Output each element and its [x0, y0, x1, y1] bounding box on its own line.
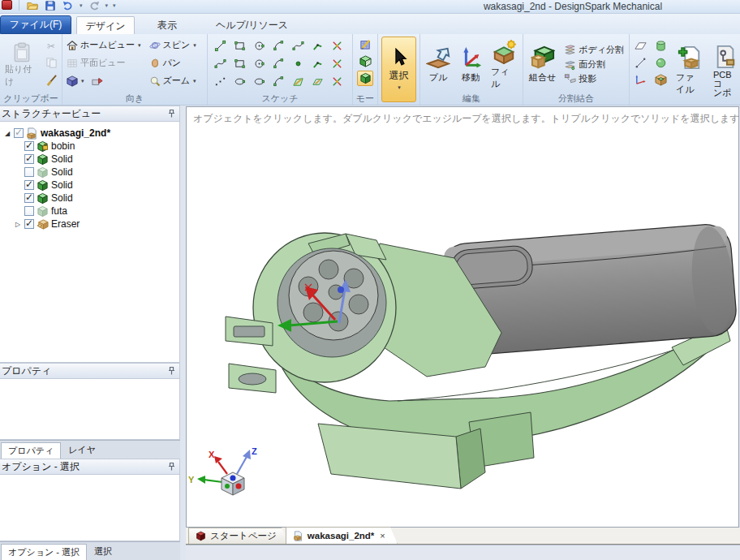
home-view-button[interactable]: ホームビュー▾	[65, 37, 143, 54]
zoom-button[interactable]: ズーム▾	[148, 72, 198, 89]
section-mode-button[interactable]	[357, 54, 373, 69]
sketch-trim-away-button[interactable]	[327, 72, 346, 90]
insert-pcb-component-button[interactable]: PCBコンポ	[710, 37, 740, 105]
sketch-three-point-rect-button[interactable]	[230, 54, 249, 72]
insert-axes-button[interactable]	[632, 72, 648, 88]
tree-row[interactable]: Solid	[0, 192, 179, 205]
tab-select[interactable]: 選択	[88, 544, 118, 560]
visibility-checkbox[interactable]	[24, 167, 34, 177]
tree-row[interactable]: bobin	[0, 140, 179, 153]
sketch-construction-line-button[interactable]	[210, 54, 230, 72]
sketch-point-series-button[interactable]	[210, 72, 230, 90]
app-icon[interactable]	[2, 0, 12, 10]
pin-icon[interactable]	[167, 109, 176, 119]
model-clips[interactable]	[226, 317, 276, 393]
model-scene[interactable]: Z X Y	[187, 107, 740, 528]
visibility-checkbox[interactable]	[24, 219, 34, 229]
tab-help[interactable]: ヘルプ/リソース	[201, 16, 303, 34]
split-face-button[interactable]: 面分割	[564, 58, 624, 71]
view-face-icon[interactable]	[92, 75, 103, 87]
visibility-checkbox[interactable]	[24, 180, 34, 190]
spin-button[interactable]: スピン▾	[148, 37, 198, 54]
sketch-ellipse-button[interactable]	[230, 72, 249, 90]
sketch-bend-button[interactable]	[308, 54, 327, 72]
tree-item-label[interactable]: Solid	[51, 166, 73, 178]
sketch-point-button[interactable]	[288, 54, 308, 72]
sketch-slot-button[interactable]	[249, 72, 269, 90]
tree-row[interactable]: ▷ Eraser	[0, 218, 179, 230]
tab-start-page[interactable]: スタートページ	[188, 528, 289, 544]
insert-cylinder-button[interactable]	[652, 38, 669, 54]
chevron-down-icon[interactable]: ▾	[192, 78, 196, 84]
move-button[interactable]: 移動	[455, 37, 486, 93]
sketch-three-point-arc-button[interactable]	[269, 72, 288, 90]
open-file-button[interactable]	[26, 0, 39, 11]
sketch-rectangle-button[interactable]	[230, 37, 249, 54]
tree-row[interactable]: Solid	[0, 179, 179, 192]
sketch-sweep-arc-button[interactable]	[269, 54, 288, 72]
redo-button[interactable]	[88, 0, 101, 11]
tab-view[interactable]: 表示	[143, 16, 191, 34]
redo-dropdown-caret[interactable]: ▾	[105, 0, 109, 11]
tree-item-label[interactable]: bobin	[51, 140, 75, 152]
sketch-line-button[interactable]	[210, 37, 230, 54]
chevron-down-icon[interactable]: ▾	[80, 78, 84, 84]
sketch-projection-button[interactable]	[308, 72, 327, 90]
tree-item-label[interactable]: Solid	[51, 153, 73, 165]
sketch-trim-corner-button[interactable]	[327, 54, 346, 72]
combine-button[interactable]: 組合せ	[526, 37, 559, 93]
chevron-down-icon[interactable]: ▾	[397, 84, 401, 91]
close-icon[interactable]: ×	[378, 531, 385, 541]
view-orientation-button[interactable]: ▾	[65, 72, 143, 89]
visibility-checkbox[interactable]	[24, 141, 34, 151]
tab-options-select[interactable]: オプション - 選択	[1, 544, 87, 560]
manipulator-origin[interactable]	[338, 286, 344, 293]
pin-icon[interactable]	[167, 462, 176, 472]
plan-view-button[interactable]: 平面ビュー	[65, 54, 143, 71]
copy-button[interactable]	[43, 55, 59, 71]
insert-shell-button[interactable]	[652, 72, 669, 88]
visibility-checkbox[interactable]	[24, 206, 34, 216]
tree-row[interactable]: Solid	[0, 166, 179, 179]
sketch-trim-button[interactable]	[327, 37, 346, 54]
format-painter-button[interactable]	[43, 72, 59, 88]
tree-row-root[interactable]: ◢ wakasagi_2nd*	[0, 127, 179, 140]
pan-button[interactable]: パン	[148, 54, 198, 71]
tree-row[interactable]: futa	[0, 205, 179, 218]
insert-sphere-button[interactable]	[652, 55, 669, 71]
insert-file-button[interactable]: ファイル	[673, 37, 706, 105]
chevron-down-icon[interactable]: ▾	[192, 42, 196, 49]
chevron-down-icon[interactable]: ▾	[137, 42, 141, 49]
pin-icon[interactable]	[167, 366, 176, 377]
tab-document-wakasagi[interactable]: wakasagi_2nd* ×	[286, 527, 398, 544]
visibility-checkbox[interactable]	[24, 193, 34, 203]
sketch-circle-diameter-button[interactable]	[249, 54, 269, 72]
paste-button[interactable]: 貼り付け	[2, 37, 41, 93]
undo-button[interactable]	[62, 0, 75, 11]
pull-button[interactable]: プル	[423, 37, 454, 93]
expand-icon[interactable]: ▷	[14, 221, 22, 228]
collapse-icon[interactable]: ◢	[3, 130, 11, 137]
tree-item-label[interactable]: Eraser	[51, 218, 80, 230]
tab-properties[interactable]: プロパティ	[1, 442, 61, 459]
tab-layers[interactable]: レイヤ	[62, 442, 102, 459]
sketch-spline-button[interactable]	[288, 37, 308, 54]
select-tool-button[interactable]: 選択 ▾	[381, 37, 416, 102]
panel-splitter[interactable]	[180, 106, 186, 560]
tree-row[interactable]: Solid	[0, 153, 179, 166]
sketch-tangent-arc-button[interactable]	[269, 37, 288, 54]
tree-item-label[interactable]: wakasagi_2nd*	[41, 127, 110, 139]
sketch-fill-button[interactable]	[288, 72, 308, 90]
tree-item-label[interactable]: Solid	[51, 192, 73, 204]
visibility-checkbox[interactable]	[24, 154, 34, 164]
orientation-triad[interactable]: Z X Y	[188, 446, 257, 495]
project-button[interactable]: 投影	[564, 73, 624, 85]
sketch-circle-button[interactable]	[249, 37, 269, 54]
visibility-checkbox[interactable]	[14, 128, 24, 138]
cut-button[interactable]: ✂	[43, 38, 59, 54]
tab-file[interactable]: ファイル(F)	[0, 15, 71, 34]
solid-mode-button[interactable]	[357, 71, 373, 86]
save-button[interactable]	[44, 0, 57, 11]
viewport-3d[interactable]: Z X Y オブジェクトをクリックします。ダブルクリックでエッジループを選択しま…	[186, 106, 739, 528]
tree-item-label[interactable]: futa	[51, 205, 67, 217]
